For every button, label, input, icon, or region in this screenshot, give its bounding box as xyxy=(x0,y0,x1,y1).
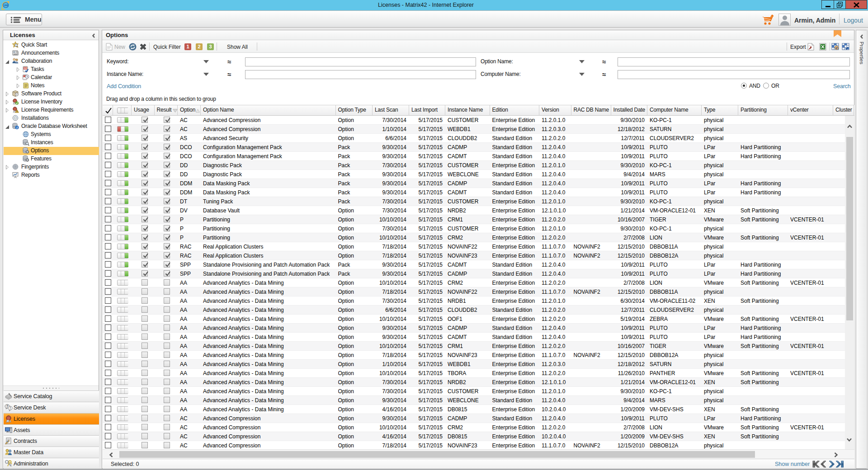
svg-text:!: ! xyxy=(9,406,10,409)
svg-text:12: 12 xyxy=(24,67,27,70)
svg-text:?: ? xyxy=(6,404,8,408)
